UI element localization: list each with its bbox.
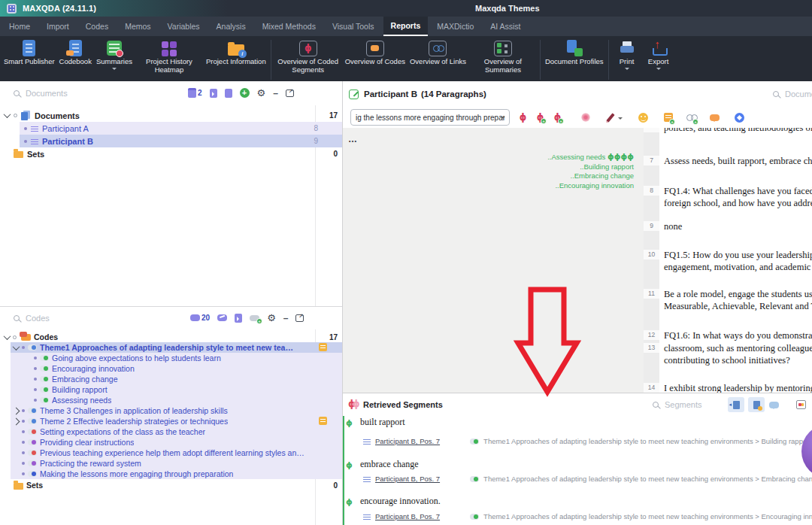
code-button[interactable]	[517, 111, 529, 123]
code-row-building-rapport[interactable]: Building rapport 1	[11, 384, 342, 395]
code-row-previous-teaching-experience[interactable]: Previous teaching experience help them a…	[11, 448, 342, 458]
code-row-theme3[interactable]: Theme 3 Challenges in application of lea…	[11, 405, 342, 416]
comment-button[interactable]	[709, 111, 720, 123]
tab-reports[interactable]: Reports	[383, 17, 429, 36]
tree-row-documents-root[interactable]: Documents 17	[0, 109, 342, 122]
tab-codes[interactable]: Codes	[78, 17, 116, 36]
segment-text[interactable]: encourage innovation.	[360, 496, 441, 507]
ribbon-item-print[interactable]: Print	[611, 38, 643, 72]
code-row-encouraging-innovation[interactable]: Encouraging innovation 1	[11, 363, 342, 374]
import-codes-icon[interactable]	[235, 314, 242, 323]
undock-icon[interactable]	[286, 90, 294, 97]
tab-maxdictio[interactable]: MAXDictio	[429, 17, 481, 36]
add-button[interactable]	[240, 88, 250, 98]
paragraph[interactable]: 12 FQ1.6: In what ways do you demonstrat…	[644, 329, 812, 341]
margin-code-label[interactable]: ..Embracing change	[547, 171, 634, 181]
add-code-icon[interactable]	[250, 315, 259, 321]
gear-icon[interactable]	[257, 88, 266, 98]
code-row-assessing-needs[interactable]: Assessing needs 1	[11, 395, 342, 405]
margin-code-label[interactable]: ..Assessing needs	[547, 153, 634, 162]
minimize-icon[interactable]	[273, 89, 278, 98]
code-row-codes-root[interactable]: Codes 17	[0, 332, 342, 342]
tab-home[interactable]: Home	[2, 17, 38, 36]
segment-source-link[interactable]: Participant B, Pos. 7	[375, 512, 440, 520]
panel-divider-horizontal-left[interactable]	[0, 306, 342, 307]
tab-visual-tools[interactable]: Visual Tools	[325, 17, 382, 36]
code-row-making-lessons-engaging[interactable]: Making the lessons more engaging through…	[11, 469, 342, 479]
undock-icon[interactable]	[295, 314, 304, 322]
code-row-providing-clear-instructions[interactable]: Providing clear instructions 1	[11, 437, 342, 448]
favorite-document-button[interactable]	[748, 397, 765, 412]
segment-source-link[interactable]: Participant B, Pos. 7	[375, 475, 440, 483]
import-document-icon[interactable]	[210, 89, 217, 98]
emoticode-button[interactable]	[638, 111, 649, 123]
tab-analysis[interactable]: Analysis	[209, 17, 253, 36]
gear-icon[interactable]	[267, 313, 276, 323]
code-row-practicing-reward-system[interactable]: Practicing the reward system 1	[11, 458, 342, 469]
tab-mixed-methods[interactable]: Mixed Methods	[255, 17, 323, 36]
new-document-icon[interactable]	[225, 89, 232, 98]
paragraph[interactable]: 10 FQ1.5: How do you use your leadership…	[644, 249, 812, 273]
code-row-embracing-change[interactable]: Embracing change 1	[11, 374, 342, 384]
code-in-vivo-button[interactable]	[552, 111, 563, 123]
code-row-theme2[interactable]: Theme 2 Effective leadership strategies …	[11, 416, 342, 426]
chevron-down-icon[interactable]	[618, 117, 623, 122]
panel-divider-horizontal-right[interactable]	[342, 393, 812, 393]
paragraph[interactable]: 7 Assess needs, built rapport, embrace c…	[644, 155, 812, 167]
tab-ai-assist[interactable]: AI Assist	[483, 17, 528, 36]
paragraph[interactable]: 13 classroom, such as mentoring colleagu…	[644, 342, 812, 366]
margin-code-label[interactable]: ..Encouraging innovation	[547, 181, 634, 191]
code-row-setting-expectations[interactable]: Setting expectations of the class as the…	[11, 426, 342, 437]
minimize-icon[interactable]	[283, 314, 289, 323]
overview-button[interactable]	[795, 399, 807, 411]
new-code-icon[interactable]	[217, 314, 227, 321]
code-row-code-sets[interactable]: Sets 0	[0, 480, 342, 490]
activation-circle-icon[interactable]	[14, 114, 17, 117]
activated-codes-button[interactable]: 20	[190, 314, 210, 322]
tab-import[interactable]: Import	[39, 17, 77, 36]
ribbon-item-smart-publisher[interactable]: Smart Publisher	[2, 38, 57, 66]
documents-search-input[interactable]	[26, 89, 131, 98]
tab-memos[interactable]: Memos	[117, 17, 158, 36]
paragraph[interactable]: 11 Be a role model, engage the students …	[644, 288, 812, 312]
undo-coding-button[interactable]	[580, 111, 591, 123]
segment-text[interactable]: built rapport	[360, 417, 405, 428]
comments-button[interactable]	[768, 399, 780, 411]
ribbon-item-project-information[interactable]: Project Information	[204, 38, 268, 66]
tree-row-participant-b[interactable]: Participant B 9	[20, 135, 342, 147]
segment-source-link[interactable]: Participant B, Pos. 7	[375, 437, 440, 445]
paragraph[interactable]: 9 none	[644, 220, 812, 232]
activated-documents-button[interactable]: 2	[188, 88, 202, 98]
code-row-theme1[interactable]: Theme1 Approaches of adapting leadership…	[11, 342, 342, 353]
tree-row-document-sets[interactable]: Sets 0	[0, 147, 342, 160]
ribbon-item-export[interactable]: Export	[643, 38, 674, 72]
ribbon-item-overview-codes[interactable]: Overview of Codes	[343, 38, 408, 66]
segment-text[interactable]: embrace change	[360, 459, 419, 470]
panel-divider-vertical[interactable]	[342, 81, 343, 525]
ribbon-item-overview-summaries[interactable]: Overview of Summaries	[468, 38, 538, 74]
ribbon-item-overview-coded-segments[interactable]: Overview of Coded Segments	[274, 38, 343, 74]
ai-assist-button[interactable]	[734, 111, 745, 123]
activation-circle-icon[interactable]	[13, 335, 17, 339]
ribbon-item-summaries[interactable]: Summaries	[94, 38, 135, 72]
edit-mode-icon[interactable]	[349, 90, 359, 99]
memo-icon[interactable]	[319, 343, 327, 351]
margin-code-label[interactable]: ..Building rapport	[547, 162, 634, 172]
memo-icon[interactable]	[319, 417, 327, 425]
codes-search-input[interactable]	[26, 314, 131, 323]
ribbon-item-project-history-heatmap[interactable]: Project History Heatmap	[135, 38, 204, 74]
code-row-going-above[interactable]: Going above expectations to help student…	[11, 353, 342, 363]
new-memo-button[interactable]	[662, 111, 674, 123]
document-search-input[interactable]	[785, 90, 812, 99]
overflow-menu[interactable]: …	[348, 134, 358, 144]
ribbon-item-codebook[interactable]: Codebook	[57, 38, 94, 66]
open-document-button[interactable]	[728, 397, 744, 412]
code-with-new-code-button[interactable]	[535, 111, 546, 123]
insert-link-button[interactable]	[686, 111, 697, 123]
paragraph[interactable]: 14 I exhibit strong leadership by mentor…	[644, 382, 812, 393]
paragraph[interactable]: 8 FQ1.4: What challenges have you faced …	[644, 185, 812, 209]
ribbon-item-overview-links[interactable]: Overview of Links	[408, 38, 468, 66]
code-quicklist-dropdown[interactable]: ig the lessons more engaging through pre…	[350, 109, 510, 126]
ribbon-item-document-profiles[interactable]: Document Profiles	[543, 38, 606, 66]
tree-row-participant-a[interactable]: Participant A 8	[20, 122, 342, 135]
